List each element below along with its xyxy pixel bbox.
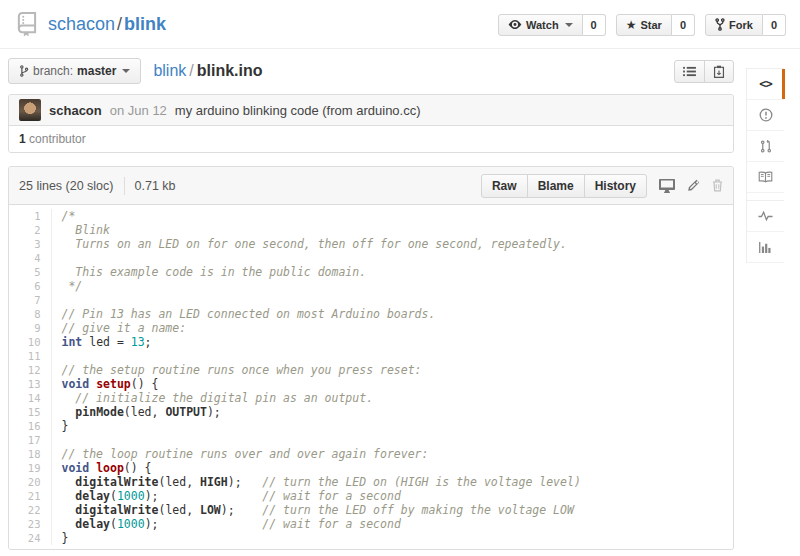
line-number[interactable]: 8 bbox=[9, 307, 51, 321]
author-avatar[interactable] bbox=[19, 99, 41, 121]
code-line: 24} bbox=[9, 531, 733, 545]
chevron-down-icon bbox=[565, 23, 573, 27]
repo-breadcrumb-title: schacon/blink bbox=[48, 14, 166, 35]
repo-book-icon bbox=[14, 11, 39, 38]
code-lines: 1/*2 Blink3 Turns on an LED on for one s… bbox=[9, 209, 733, 545]
line-number[interactable]: 24 bbox=[9, 531, 51, 545]
code-line: 7 bbox=[9, 293, 733, 307]
raw-button[interactable]: Raw bbox=[481, 174, 528, 198]
code-line: 12// the setup routine runs once when yo… bbox=[9, 363, 733, 377]
sidebar-item-pull-requests[interactable] bbox=[747, 131, 784, 162]
fork-button[interactable]: Fork bbox=[705, 14, 763, 36]
code-line: 20 digitalWrite(led, HIGH); // turn the … bbox=[9, 475, 733, 489]
branch-select-button[interactable]: branch: master bbox=[8, 58, 141, 84]
code-text: // initialize the digital pin as an outp… bbox=[51, 391, 733, 405]
breadcrumb-repo-link[interactable]: blink bbox=[153, 62, 186, 79]
issue-circle-icon bbox=[759, 108, 773, 122]
sidebar-item-pulse[interactable] bbox=[747, 201, 784, 232]
code-text bbox=[51, 293, 733, 307]
file-list-button[interactable] bbox=[674, 60, 705, 83]
watch-label: Watch bbox=[526, 19, 559, 31]
code-line: 17 bbox=[9, 433, 733, 447]
sidebar-item-issues[interactable] bbox=[747, 100, 784, 131]
repo-header: schacon/blink Watch 0 ★ Star 0 bbox=[0, 0, 800, 49]
line-number[interactable]: 17 bbox=[9, 433, 51, 447]
repo-fork-icon bbox=[715, 18, 725, 31]
line-number[interactable]: 14 bbox=[9, 391, 51, 405]
line-number[interactable]: 2 bbox=[9, 223, 51, 237]
sidebar-item-wiki[interactable] bbox=[747, 162, 784, 193]
line-number[interactable]: 15 bbox=[9, 405, 51, 419]
code-text: int led = 13; bbox=[51, 335, 733, 349]
watch-count[interactable]: 0 bbox=[583, 14, 606, 36]
code-text: void setup() { bbox=[51, 377, 733, 391]
contributor-count: 1 bbox=[19, 132, 26, 146]
blame-button[interactable]: Blame bbox=[527, 174, 585, 198]
line-number[interactable]: 3 bbox=[9, 237, 51, 251]
code-line: 21 delay(1000); // wait for a second bbox=[9, 489, 733, 503]
line-number[interactable]: 12 bbox=[9, 363, 51, 377]
code-blob: 1/*2 Blink3 Turns on an LED on for one s… bbox=[9, 205, 733, 549]
file-size-info: 0.71 kb bbox=[135, 179, 176, 193]
code-text bbox=[51, 349, 733, 363]
line-number[interactable]: 19 bbox=[9, 461, 51, 475]
open-in-desktop-button[interactable] bbox=[659, 179, 675, 193]
line-number[interactable]: 4 bbox=[9, 251, 51, 265]
commit-message-link[interactable]: my arduino blinking code (from arduino.c… bbox=[175, 103, 421, 118]
line-number[interactable]: 20 bbox=[9, 475, 51, 489]
star-control: ★ Star 0 bbox=[616, 14, 695, 36]
code-line: 16} bbox=[9, 419, 733, 433]
star-button[interactable]: ★ Star bbox=[616, 14, 672, 36]
watch-button[interactable]: Watch bbox=[498, 14, 583, 36]
breadcrumb-separator: / bbox=[186, 62, 196, 79]
code-line: 6 */ bbox=[9, 279, 733, 293]
code-line: 23 delay(1000); // wait for a second bbox=[9, 517, 733, 531]
book-icon bbox=[758, 171, 773, 183]
commit-tease: schacon on Jun 12 my arduino blinking co… bbox=[8, 94, 734, 153]
repo-owner-link[interactable]: schacon bbox=[48, 14, 115, 34]
line-number[interactable]: 16 bbox=[9, 419, 51, 433]
history-button[interactable]: History bbox=[584, 174, 647, 198]
line-number[interactable]: 10 bbox=[9, 335, 51, 349]
star-icon: ★ bbox=[626, 18, 637, 32]
line-number[interactable]: 6 bbox=[9, 279, 51, 293]
line-number[interactable]: 21 bbox=[9, 489, 51, 503]
branch-label: branch: bbox=[33, 64, 73, 78]
line-number[interactable]: 7 bbox=[9, 293, 51, 307]
code-line: 11 bbox=[9, 349, 733, 363]
delete-trash-icon bbox=[712, 179, 723, 192]
line-number[interactable]: 11 bbox=[9, 349, 51, 363]
contributor-label: contributor bbox=[29, 132, 86, 146]
line-number[interactable]: 23 bbox=[9, 517, 51, 531]
line-number[interactable]: 1 bbox=[9, 209, 51, 223]
repo-sidebar: <> bbox=[746, 68, 784, 263]
file-header: 25 lines (20 sloc) 0.71 kb Raw Blame His… bbox=[9, 167, 733, 205]
git-branch-icon bbox=[19, 65, 29, 77]
contributors-bar[interactable]: 1 contributor bbox=[9, 125, 733, 152]
edit-file-button[interactable] bbox=[687, 179, 700, 192]
line-number[interactable]: 22 bbox=[9, 503, 51, 517]
branch-name: master bbox=[77, 64, 116, 78]
code-text: This example code is in the public domai… bbox=[51, 265, 733, 279]
sidebar-item-code[interactable]: <> bbox=[747, 69, 784, 100]
line-number[interactable]: 18 bbox=[9, 447, 51, 461]
commit-author-link[interactable]: schacon bbox=[49, 103, 102, 118]
code-line: 14 // initialize the digital pin as an o… bbox=[9, 391, 733, 405]
line-number[interactable]: 13 bbox=[9, 377, 51, 391]
code-line: 8// Pin 13 has an LED connected on most … bbox=[9, 307, 733, 321]
line-number[interactable]: 5 bbox=[9, 265, 51, 279]
line-number[interactable]: 9 bbox=[9, 321, 51, 335]
star-count[interactable]: 0 bbox=[672, 14, 695, 36]
repo-title-separator: / bbox=[115, 14, 124, 34]
copy-path-button[interactable] bbox=[704, 60, 734, 83]
commit-date: on Jun 12 bbox=[110, 103, 167, 118]
sidebar-item-graphs[interactable] bbox=[747, 232, 784, 263]
copy-path-clipboard-icon bbox=[713, 65, 725, 78]
fork-count[interactable]: 0 bbox=[763, 14, 786, 36]
code-text: } bbox=[51, 419, 733, 433]
code-line: 9// give it a name: bbox=[9, 321, 733, 335]
repo-name-link[interactable]: blink bbox=[124, 14, 166, 34]
delete-file-button[interactable] bbox=[712, 179, 723, 192]
code-text: void loop() { bbox=[51, 461, 733, 475]
code-text: // the setup routine runs once when you … bbox=[51, 363, 733, 377]
